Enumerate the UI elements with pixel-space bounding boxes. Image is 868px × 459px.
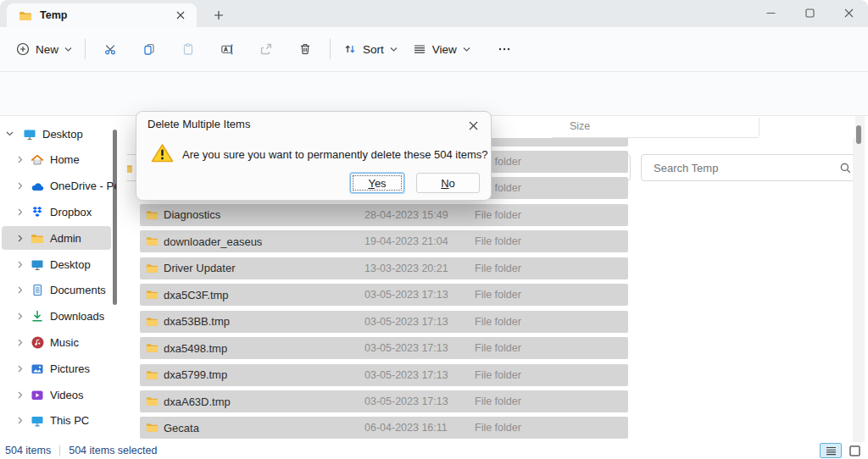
- paste-button[interactable]: [169, 34, 208, 64]
- dialog-close-icon[interactable]: [462, 115, 484, 135]
- folder-icon: [146, 263, 159, 274]
- file-explorer-window: Temp New: [0, 0, 868, 459]
- copy-icon: [142, 42, 156, 56]
- file-type: File folder: [475, 209, 521, 221]
- folder-icon: [146, 342, 159, 353]
- paste-icon: [181, 42, 195, 56]
- rename-button[interactable]: [208, 34, 247, 64]
- file-type: File folder: [475, 263, 521, 274]
- title-bar: Temp: [0, 0, 868, 27]
- file-name: Diagnostics: [164, 208, 220, 221]
- more-options-button[interactable]: [485, 34, 524, 64]
- minimize-button[interactable]: [751, 0, 790, 25]
- sidebar-item-desktop-top[interactable]: Desktop: [0, 122, 127, 146]
- libraries-icon: [30, 441, 45, 442]
- date-modified: 19-04-2023 21:04: [364, 235, 448, 247]
- large-icons-view-toggle[interactable]: [846, 443, 863, 458]
- folder-icon: [30, 233, 45, 244]
- new-button[interactable]: New: [8, 34, 80, 64]
- table-row[interactable]: dxa5799.tmp 03-05-2023 17:13 File folder: [140, 364, 628, 386]
- window-controls: [751, 0, 868, 27]
- desktop-icon: [22, 128, 37, 141]
- date-modified: 03-05-2023 17:13: [364, 369, 448, 381]
- command-bar: New: [0, 27, 868, 72]
- header-underline: [552, 137, 759, 138]
- sidebar-item-pictures[interactable]: Pictures: [0, 357, 127, 380]
- delete-dialog: Delete Multiple Items Are you sure you w…: [136, 111, 492, 201]
- dropbox-icon: [30, 206, 45, 218]
- sidebar-item-this-pc[interactable]: This PC: [0, 409, 127, 433]
- sort-button-label: Sort: [363, 43, 384, 56]
- sidebar-item-desktop[interactable]: Desktop: [0, 252, 127, 276]
- column-separator[interactable]: [759, 118, 760, 136]
- sidebar-item-onedrive[interactable]: OneDrive - Per: [0, 174, 127, 198]
- table-row[interactable]: dxaA63D.tmp 03-05-2023 17:13 File folder: [140, 390, 628, 412]
- documents-icon: [30, 284, 45, 296]
- folder-icon: [146, 316, 159, 327]
- cut-button[interactable]: [91, 34, 130, 64]
- maximize-button[interactable]: [790, 0, 829, 25]
- yes-button[interactable]: Yes: [350, 173, 404, 193]
- chevron-collapsed-icon[interactable]: [16, 286, 25, 294]
- chevron-collapsed-icon[interactable]: [16, 417, 25, 424]
- chevron-collapsed-icon[interactable]: [16, 208, 25, 216]
- sidebar-item-libraries-cutoff[interactable]: [0, 435, 127, 442]
- delete-button[interactable]: [286, 34, 325, 64]
- share-button[interactable]: [247, 34, 286, 64]
- chevron-collapsed-icon[interactable]: [16, 391, 25, 399]
- sidebar-item-home[interactable]: Home: [0, 148, 127, 172]
- file-type: File folder: [475, 369, 521, 381]
- close-button[interactable]: [829, 0, 868, 25]
- details-view-toggle[interactable]: [820, 443, 842, 458]
- chevron-expanded-icon[interactable]: [5, 131, 14, 136]
- sidebar-item-documents[interactable]: Documents: [0, 279, 127, 302]
- chevron-collapsed-icon[interactable]: [16, 261, 25, 268]
- table-row[interactable]: dxa5C3F.tmp 03-05-2023 17:13 File folder: [140, 284, 628, 306]
- table-row[interactable]: Driver Updater 13-03-2023 20:21 File fol…: [140, 257, 628, 279]
- home-icon: [30, 153, 45, 166]
- date-modified: 28-04-2023 15:49: [364, 209, 448, 221]
- sidebar-item-dropbox[interactable]: Dropbox: [0, 200, 127, 224]
- scrollbar-thumb[interactable]: [856, 125, 861, 144]
- chevron-collapsed-icon[interactable]: [16, 365, 25, 373]
- sidebar-item-music[interactable]: Music: [0, 330, 127, 354]
- navigation-row: Admin AppData Local Temp: [0, 72, 868, 116]
- sidebar-item-videos[interactable]: Videos: [0, 383, 127, 406]
- chevron-collapsed-icon[interactable]: [16, 182, 25, 190]
- tab-title: Temp: [40, 9, 171, 21]
- date-modified: 06-04-2023 16:11: [364, 422, 448, 434]
- sort-button[interactable]: Sort: [336, 34, 405, 64]
- sidebar-item-admin[interactable]: Admin: [0, 226, 127, 250]
- sidebar-item-downloads[interactable]: Downloads: [0, 305, 127, 329]
- new-button-label: New: [36, 43, 58, 56]
- folder-icon: [146, 422, 159, 433]
- table-row[interactable]: dxa53BB.tmp 03-05-2023 17:13 File folder: [140, 311, 628, 333]
- view-button[interactable]: View: [405, 34, 478, 64]
- sidebar-scrollbar-thumb[interactable]: [113, 130, 117, 305]
- copy-button[interactable]: [130, 34, 169, 64]
- no-button[interactable]: No: [416, 173, 480, 193]
- file-type: File folder: [475, 395, 521, 407]
- table-row[interactable]: dxa5498.tmp 03-05-2023 17:13 File folder: [140, 337, 628, 359]
- folder-icon: [146, 369, 159, 380]
- this-pc-icon: [30, 414, 45, 427]
- warning-icon: [151, 143, 174, 163]
- tab-temp[interactable]: Temp: [7, 3, 197, 27]
- chevron-collapsed-icon[interactable]: [16, 312, 25, 320]
- chevron-down-icon: [463, 47, 470, 53]
- file-name: dxa5498.tmp: [164, 342, 227, 355]
- ellipsis-icon: [498, 42, 511, 56]
- chevron-collapsed-icon[interactable]: [16, 339, 25, 346]
- chevron-collapsed-icon[interactable]: [16, 235, 25, 242]
- table-row[interactable]: downloader_easeus 19-04-2023 21:04 File …: [140, 230, 628, 252]
- table-row[interactable]: Diagnostics 28-04-2023 15:49 File folder: [140, 204, 628, 226]
- chevron-collapsed-icon[interactable]: [16, 156, 25, 163]
- file-name: downloader_easeus: [164, 235, 262, 248]
- date-modified: 03-05-2023 17:13: [364, 289, 448, 301]
- tab-close-icon[interactable]: [171, 6, 190, 25]
- view-button-label: View: [432, 43, 457, 56]
- table-row[interactable]: Gecata 06-04-2023 16:11 File folder: [140, 417, 628, 439]
- new-tab-button[interactable]: [209, 6, 229, 25]
- file-name: Driver Updater: [164, 262, 236, 274]
- column-header-size[interactable]: Size: [570, 120, 590, 132]
